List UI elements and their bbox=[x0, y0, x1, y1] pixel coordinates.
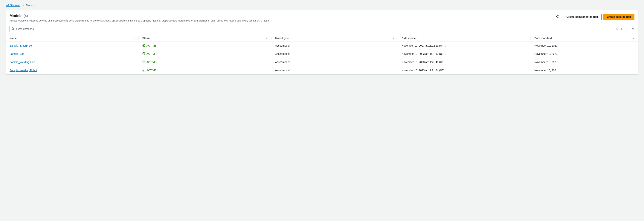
column-header-modified[interactable]: Date modified bbox=[530, 35, 638, 41]
column-header-modified-label: Date modified bbox=[534, 37, 552, 40]
status-badge: ACTIVE bbox=[142, 52, 156, 56]
sort-icon bbox=[632, 37, 634, 39]
sort-desc-icon bbox=[525, 37, 527, 39]
column-header-status[interactable]: Status bbox=[139, 35, 272, 41]
svg-point-1 bbox=[632, 28, 633, 29]
status-text: ACTIVE bbox=[146, 44, 156, 47]
table-row: Sample_Welding LineACTIVEAsset modelNove… bbox=[6, 58, 638, 66]
chevron-left-icon bbox=[616, 27, 618, 30]
date-created-cell: November 10, 2023 at 11:22:13 (UT… bbox=[398, 41, 531, 50]
table-row: Sample_Welding RobotACTIVEAsset modelNov… bbox=[6, 66, 638, 74]
model-name-link[interactable]: Sample_Site bbox=[10, 52, 24, 55]
svg-point-0 bbox=[12, 27, 14, 29]
date-modified-cell: November 10, 202… bbox=[530, 50, 638, 58]
column-header-status-label: Status bbox=[142, 37, 150, 40]
create-asset-model-button[interactable]: Create asset model bbox=[604, 14, 634, 20]
status-badge: ACTIVE bbox=[142, 69, 156, 72]
status-text: ACTIVE bbox=[146, 61, 156, 64]
breadcrumb-current: Models bbox=[26, 4, 34, 7]
pager-next-button[interactable] bbox=[625, 27, 628, 30]
model-name-link[interactable]: Sample_Enterprise bbox=[10, 44, 32, 47]
model-type-cell: Asset model bbox=[272, 58, 398, 66]
refresh-button[interactable] bbox=[554, 14, 561, 20]
status-badge: ACTIVE bbox=[142, 44, 156, 47]
refresh-icon bbox=[556, 15, 559, 19]
search-icon bbox=[12, 27, 14, 31]
filter-input[interactable] bbox=[10, 26, 148, 32]
column-header-created[interactable]: Date created bbox=[398, 35, 531, 41]
page-description: Assets represent industrial devices and … bbox=[10, 19, 550, 23]
column-header-type-label: Model type bbox=[275, 37, 289, 40]
models-panel: Models (4) Assets represent industrial d… bbox=[6, 10, 638, 75]
table-row: Sample_SiteACTIVEAsset modelNovember 10,… bbox=[6, 50, 638, 58]
sort-icon bbox=[392, 37, 394, 39]
gear-icon bbox=[632, 27, 634, 31]
check-circle-icon bbox=[142, 52, 146, 56]
date-modified-cell: November 10, 202… bbox=[530, 66, 638, 74]
date-modified-cell: November 10, 202… bbox=[530, 41, 638, 50]
column-header-name[interactable]: Name bbox=[6, 35, 139, 41]
date-created-cell: November 10, 2023 at 11:21:24 (UT… bbox=[398, 66, 531, 74]
sort-icon bbox=[266, 37, 268, 39]
status-badge: ACTIVE bbox=[142, 60, 156, 64]
page-title-text: Models bbox=[10, 14, 22, 18]
check-circle-icon bbox=[142, 60, 146, 64]
filter-search bbox=[10, 26, 148, 32]
create-component-model-button[interactable]: Create component model bbox=[563, 14, 602, 20]
model-type-cell: Asset model bbox=[272, 66, 398, 74]
pager: 1 bbox=[616, 27, 634, 31]
date-created-cell: November 10, 2023 at 11:21:40 (UT… bbox=[398, 58, 531, 66]
check-circle-icon bbox=[142, 69, 146, 72]
pager-prev-button[interactable] bbox=[616, 27, 618, 30]
model-name-link[interactable]: Sample_Welding Robot bbox=[10, 69, 37, 72]
column-header-type[interactable]: Model type bbox=[272, 35, 398, 41]
model-type-cell: Asset model bbox=[272, 50, 398, 58]
sort-icon bbox=[133, 37, 135, 39]
settings-button[interactable] bbox=[632, 27, 634, 31]
pager-page-number: 1 bbox=[621, 27, 622, 30]
model-name-link[interactable]: Sample_Welding Line bbox=[10, 61, 35, 64]
page-title-count: (4) bbox=[24, 14, 28, 18]
date-created-cell: November 10, 2023 at 11:21:57 (UT… bbox=[398, 50, 531, 58]
breadcrumb-root[interactable]: IoT SiteWise bbox=[6, 4, 20, 7]
column-header-created-label: Date created bbox=[402, 37, 418, 40]
page-title: Models (4) bbox=[10, 14, 550, 18]
status-text: ACTIVE bbox=[146, 69, 156, 72]
table-row: Sample_EnterpriseACTIVEAsset modelNovemb… bbox=[6, 41, 638, 50]
chevron-right-icon bbox=[22, 4, 24, 7]
status-text: ACTIVE bbox=[146, 52, 156, 55]
date-modified-cell: November 10, 202… bbox=[530, 58, 638, 66]
chevron-right-icon bbox=[625, 27, 628, 30]
models-table: Name Status Model type bbox=[6, 35, 638, 74]
check-circle-icon bbox=[142, 44, 146, 47]
model-type-cell: Asset model bbox=[272, 41, 398, 50]
column-header-name-label: Name bbox=[10, 37, 17, 40]
breadcrumb: IoT SiteWise Models bbox=[6, 4, 638, 7]
